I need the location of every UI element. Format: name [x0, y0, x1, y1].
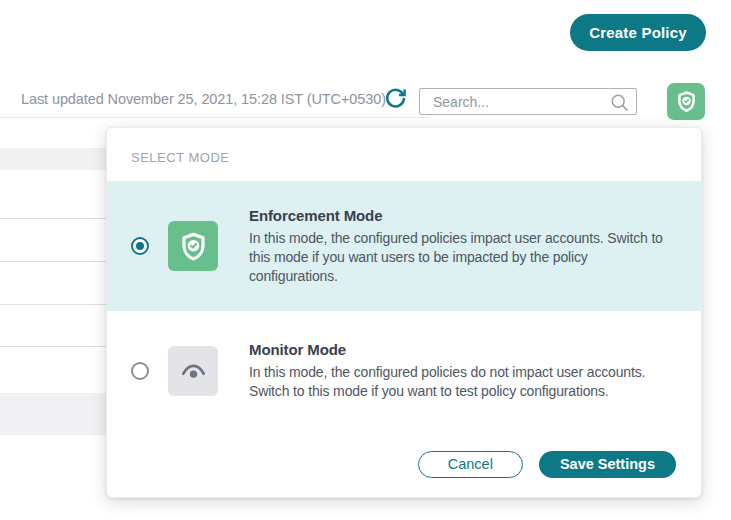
option-title: Monitor Mode [249, 341, 677, 358]
create-policy-button[interactable]: Create Policy [570, 14, 706, 51]
option-enforcement-mode[interactable]: Enforcement Mode In this mode, the confi… [107, 181, 701, 311]
enforcement-mode-radio[interactable] [131, 237, 149, 255]
dialog-title: SELECT MODE [107, 128, 701, 181]
refresh-icon [383, 98, 408, 113]
select-mode-dialog: SELECT MODE Enforcement Mode In this mod… [106, 127, 702, 498]
option-description: In this mode, the configured policies do… [249, 363, 677, 401]
search-box[interactable] [419, 88, 637, 115]
refresh-button[interactable] [381, 85, 409, 113]
monitor-eye-icon [168, 346, 218, 396]
monitor-mode-radio[interactable] [131, 362, 149, 380]
save-settings-button[interactable]: Save Settings [539, 451, 676, 478]
search-input[interactable] [420, 89, 636, 114]
table-top-border [0, 117, 430, 118]
last-updated-text: Last updated November 25, 2021, 15:28 IS… [21, 91, 386, 107]
option-description: In this mode, the configured policies im… [249, 229, 677, 286]
shield-check-icon [168, 221, 218, 271]
shield-check-icon [675, 90, 698, 113]
dialog-footer: Cancel Save Settings [107, 431, 701, 497]
cancel-button[interactable]: Cancel [418, 451, 523, 478]
option-monitor-mode[interactable]: Monitor Mode In this mode, the configure… [107, 311, 701, 431]
option-title: Enforcement Mode [249, 207, 677, 224]
security-mode-button[interactable] [667, 83, 705, 120]
